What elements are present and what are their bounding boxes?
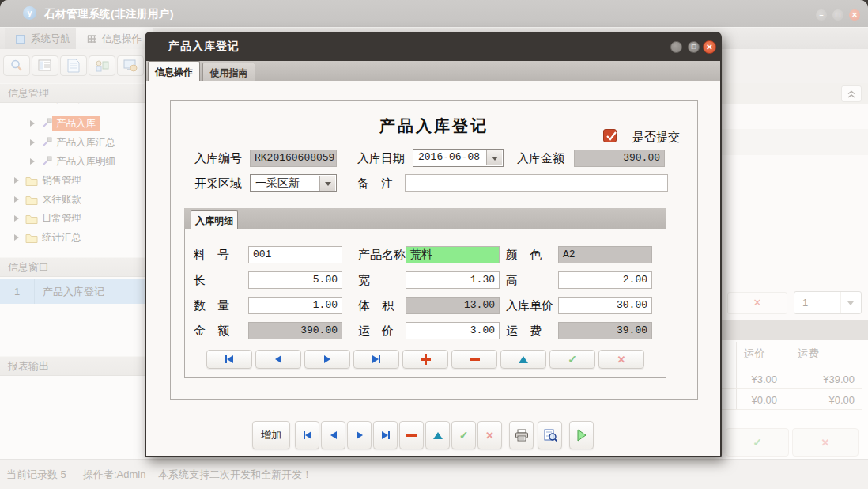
label-unit-price: 入库单价	[506, 298, 553, 313]
dialog-toolbar: 增加 ✓ ✕	[252, 421, 594, 449]
submit-checkbox[interactable]	[603, 129, 617, 142]
label-height: 高	[506, 273, 518, 288]
toolbar-first-button[interactable]	[295, 421, 319, 449]
label-amount: 金 额	[194, 324, 229, 339]
dialog-maximize-button[interactable]: □	[688, 41, 700, 53]
dialog-tab-info-operation[interactable]: 信息操作	[148, 61, 200, 82]
field-ruku-amount: 390.00	[574, 150, 665, 167]
printer-icon	[515, 429, 529, 442]
print-preview-button[interactable]	[538, 421, 562, 449]
field-remark[interactable]	[405, 174, 668, 192]
toolbar-delete-button[interactable]	[399, 421, 424, 449]
toolbar-cancel-button[interactable]: ✕	[477, 421, 502, 449]
dialog-product-inbound: 产品入库登记 – □ ✕ 信息操作 使用指南 产品入库登记 是否提交 入库编号 …	[145, 32, 722, 457]
field-color: A2	[558, 246, 652, 263]
detail-navigator: ✓ ✕	[184, 350, 666, 369]
detail-tabstrip: 入库明细	[184, 208, 666, 229]
print-button[interactable]	[509, 421, 534, 449]
nav-edit-button[interactable]	[500, 350, 546, 369]
label-liaohao: 料 号	[194, 248, 229, 263]
field-height[interactable]: 2.00	[558, 271, 652, 289]
check-icon	[605, 130, 617, 142]
field-ruku-no: RK20160608059	[250, 150, 337, 167]
dialog-close-button[interactable]: ✕	[703, 40, 716, 54]
field-width[interactable]: 1.30	[406, 271, 500, 289]
label-color: 颜 色	[506, 248, 542, 263]
label-volume: 体 积	[358, 298, 394, 313]
toolbar-confirm-button[interactable]: ✓	[451, 421, 476, 449]
field-liaohao[interactable]: 001	[248, 246, 342, 263]
execute-button[interactable]	[569, 421, 594, 449]
label-yunjia: 运 价	[358, 324, 394, 339]
field-volume: 13.00	[406, 297, 500, 314]
field-amount: 390.00	[248, 322, 342, 339]
submit-checkbox-label: 是否提交	[632, 130, 680, 145]
label-product-name: 产品名称	[358, 248, 406, 263]
dialog-tab-user-guide[interactable]: 使用指南	[202, 63, 255, 82]
form-title: 产品入库登记	[170, 116, 698, 137]
label-ruku-no: 入库编号	[194, 151, 242, 166]
field-product-name[interactable]: 荒料	[406, 246, 500, 263]
add-button[interactable]: 增加	[252, 421, 290, 449]
field-ruku-date[interactable]: 2016-06-08	[413, 149, 504, 167]
nav-next-button[interactable]	[304, 350, 350, 369]
nav-first-button[interactable]	[206, 350, 252, 369]
dialog-minimize-button[interactable]: –	[670, 41, 682, 53]
field-unit-price[interactable]: 30.00	[558, 297, 652, 314]
nav-confirm-button[interactable]: ✓	[549, 350, 595, 369]
detail-tab[interactable]: 入库明细	[191, 210, 238, 229]
play-icon	[576, 429, 587, 442]
dialog-titlebar: 产品入库登记 – □ ✕	[145, 32, 722, 61]
label-ruku-amount: 入库金额	[517, 151, 564, 166]
label-width: 宽	[358, 273, 370, 288]
label-qty: 数 量	[194, 298, 229, 313]
label-ruku-date: 入库日期	[357, 151, 405, 166]
nav-delete-button[interactable]	[451, 350, 497, 369]
dialog-body: 产品入库登记 是否提交 入库编号 RK20160608059 入库日期 2016…	[146, 82, 720, 456]
chevron-down-icon[interactable]	[319, 176, 335, 191]
field-area[interactable]: 一采区新	[250, 174, 337, 192]
nav-cancel-button[interactable]: ✕	[598, 350, 644, 369]
label-area: 开采区域	[194, 176, 242, 191]
dialog-tabstrip: 信息操作 使用指南	[146, 61, 720, 82]
field-yunfei: 39.00	[558, 322, 652, 339]
nav-last-button[interactable]	[353, 350, 399, 369]
chevron-down-icon[interactable]	[486, 150, 502, 165]
field-length[interactable]: 5.00	[248, 271, 342, 289]
nav-add-button[interactable]	[402, 350, 448, 369]
label-remark: 备 注	[357, 176, 393, 191]
field-qty[interactable]: 1.00	[248, 297, 342, 314]
toolbar-prev-button[interactable]	[321, 421, 345, 449]
toolbar-last-button[interactable]	[373, 421, 398, 449]
field-yunjia[interactable]: 3.00	[406, 322, 500, 339]
toolbar-edit-button[interactable]	[425, 421, 450, 449]
print-preview-icon	[543, 429, 557, 442]
label-yunfei: 运 费	[506, 324, 542, 339]
nav-prev-button[interactable]	[255, 350, 301, 369]
dialog-title: 产品入库登记	[168, 40, 240, 54]
label-length: 长	[194, 273, 206, 288]
toolbar-next-button[interactable]	[347, 421, 372, 449]
